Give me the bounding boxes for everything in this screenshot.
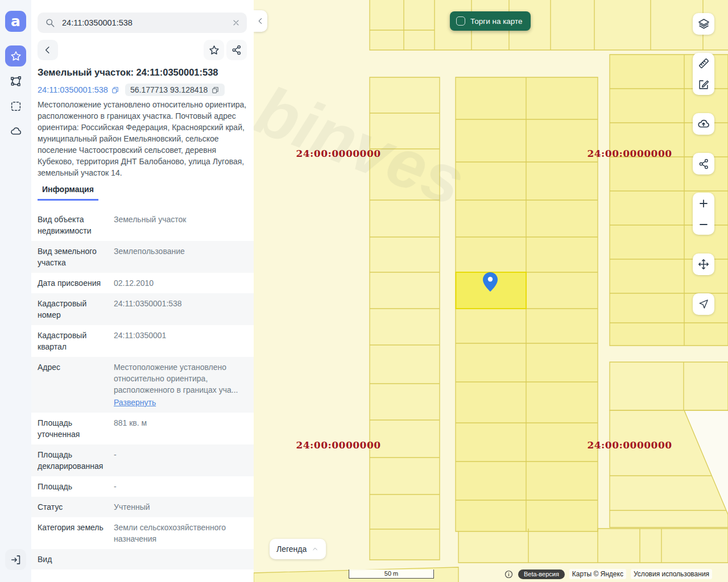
search-input[interactable] [61,18,225,28]
collapse-panel-button[interactable] [254,10,267,32]
info-icon[interactable] [504,569,514,579]
copy-icon[interactable] [211,86,220,94]
table-row: Площадь- [31,476,254,497]
dashed-select-icon [10,100,22,113]
star-icon [10,50,22,63]
chips-row: 24:11:0350001:538 56.177713 93.128418 [38,84,225,96]
table-row: Кадастровый номер24:11:0350001:538 [31,293,254,325]
ruler-button[interactable] [693,53,714,74]
table-row: Площадь декларированная- [31,444,254,476]
sign-in-button[interactable] [5,549,26,570]
page-title: Земельный участок: 24:11:0350001:538 [38,67,248,78]
left-rail: a [0,0,31,582]
my-location-button[interactable] [693,293,714,315]
object-info-panel: Земельный участок: 24:11:0350001:538 24:… [31,0,254,582]
sidebar-item-favorites[interactable] [5,45,26,66]
coordinates-chip: 56.177713 93.128418 [125,84,225,96]
navigation-arrow-icon [698,298,709,310]
sidebar-item-draw-polygon[interactable] [5,70,26,92]
sidebar-item-layers-cloud[interactable] [5,120,26,142]
cloud-icon [10,125,22,138]
table-row: Категория земельЗемли сельскохозяйственн… [31,517,254,549]
measure-edit-group [693,53,714,95]
scale-bar: 50 m [349,569,434,579]
table-row: Вид [31,549,254,569]
table-row: Вид земельного участкаЗемлепользование [31,241,254,273]
share-icon [698,158,710,170]
copy-icon[interactable] [111,86,119,94]
zoom-out-button[interactable] [693,214,714,235]
back-button[interactable] [38,40,58,60]
auctions-toggle-label: Торги на карте [470,17,523,26]
expand-link[interactable]: Развернуть [114,397,156,408]
table-row: Площадь уточненная881 кв. м [31,413,254,444]
district-label: 24:00:0000000 [587,148,672,159]
auctions-toggle-button[interactable]: Торги на карте [450,11,531,31]
upload-button[interactable] [693,113,714,135]
layers-icon [697,18,710,31]
search-icon [44,17,56,28]
legend-label: Легенда [276,544,307,554]
favorite-button[interactable] [204,40,224,60]
star-icon [208,44,220,56]
table-row: СтатусУчтенный [31,497,254,517]
zoom-group [693,193,714,235]
legend-button[interactable]: Легенда [270,539,326,559]
search-bar [38,13,247,33]
sidebar-item-select-area[interactable] [5,95,26,117]
pan-mode-button[interactable] [693,253,714,275]
district-label: 24:00:0000000 [296,148,380,159]
terms-of-use-link[interactable]: Условия использования [631,569,712,579]
app-logo[interactable]: a [5,11,26,32]
info-table: Вид объекта недвижимостиЗемельный участо… [31,209,254,569]
share-icon [231,44,242,56]
object-description: Местоположение установлено относительно … [38,99,247,178]
share-map-button[interactable] [693,153,714,174]
panel-header-actions [38,40,247,60]
checkbox-icon[interactable] [456,16,465,26]
move-icon [697,258,710,271]
edit-button[interactable] [693,74,714,95]
table-row-address: Адрес Местоположение установлено относит… [31,357,254,413]
yandex-maps-link[interactable]: Карты © Яндекс [569,569,626,579]
table-row: Кадастровый квартал24:11:0350001 [31,325,254,357]
chevron-up-icon [311,545,319,553]
sign-in-icon [10,554,22,566]
chevron-left-icon [257,17,264,25]
clear-search-icon[interactable] [231,18,241,27]
cloud-upload-icon [697,117,710,131]
vector-square-icon [10,75,22,88]
map-attribution: Beta-версия Карты © Яндекс Условия испол… [504,569,712,579]
cadastral-number-link[interactable]: 24:11:0350001:538 [38,85,108,94]
table-row: Вид объекта недвижимостиЗемельный участо… [31,209,254,241]
tab-information[interactable]: Информация [38,185,98,201]
chevron-left-icon [43,45,53,55]
table-row: Дата присвоения02.12.2010 [31,273,254,293]
map-container: binves 24:00:0000000 24:00:0000000 24:00… [254,0,728,582]
zoom-in-button[interactable] [693,193,714,214]
beta-badge: Beta-версия [518,569,565,579]
share-button[interactable] [226,40,247,60]
district-label: 24:00:0000000 [296,439,380,451]
district-label: 24:00:0000000 [587,439,672,451]
map-canvas[interactable] [254,0,728,582]
layers-button[interactable] [693,13,714,35]
